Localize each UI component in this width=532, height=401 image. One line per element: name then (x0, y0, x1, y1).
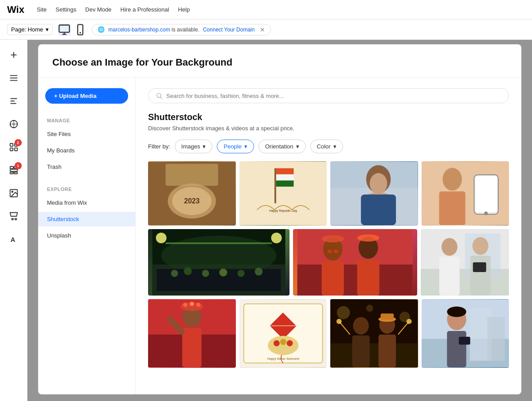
nav-unsplash[interactable]: Unsplash (38, 228, 135, 243)
nav-trash[interactable]: Trash (38, 160, 135, 174)
nav-my-boards[interactable]: My Boards (38, 143, 135, 158)
svg-point-23 (15, 218, 16, 220)
svg-rect-63 (297, 265, 413, 296)
mobile-icon[interactable] (74, 23, 86, 36)
svg-rect-106 (381, 314, 394, 320)
carnival-image (293, 229, 417, 296)
svg-point-118 (447, 307, 466, 317)
image-item[interactable]: 2023 (148, 161, 236, 226)
svg-point-93 (280, 339, 286, 345)
right-panel: Shutterstock Discover Shutterstock image… (136, 78, 521, 394)
svg-point-57 (219, 269, 227, 276)
image-item[interactable]: Happy Republic Day (239, 161, 327, 226)
filter-orientation-button[interactable]: Orientation ▾ (258, 140, 306, 153)
nav-site-files[interactable]: Site Files (38, 127, 135, 141)
domain-text: marcelos-barbershop.com is available. (108, 27, 199, 33)
image-item[interactable] (330, 161, 418, 226)
svg-rect-33 (274, 168, 276, 203)
svg-rect-116 (447, 331, 466, 367)
filter-people-button[interactable]: People ▾ (217, 140, 254, 153)
svg-rect-114 (487, 317, 505, 361)
svg-point-59 (255, 268, 263, 276)
page-selector[interactable]: Page: Home ▾ (7, 24, 53, 35)
domain-link[interactable]: marcelos-barbershop.com (108, 27, 170, 33)
svg-point-91 (268, 336, 298, 355)
svg-point-108 (336, 319, 342, 324)
svg-rect-13 (10, 148, 12, 151)
india-image: Happy Republic Day (239, 161, 327, 226)
widgets-badge: 1 (15, 162, 22, 169)
svg-point-48 (484, 211, 488, 215)
image-item[interactable] (148, 229, 289, 296)
theme-icon[interactable] (4, 114, 23, 134)
svg-rect-35 (276, 175, 293, 181)
settings-menu[interactable]: Settings (55, 6, 76, 13)
domain-bar: 🌐 marcelos-barbershop.com is available. … (92, 24, 271, 35)
svg-point-60 (156, 233, 167, 243)
office-image (421, 229, 509, 296)
close-domain-banner[interactable]: ✕ (260, 26, 265, 33)
source-desc: Discover Shutterstock images & videos at… (148, 125, 509, 132)
media-icon[interactable] (4, 183, 23, 203)
upload-media-button[interactable]: + Upload Media (45, 88, 128, 104)
globe-icon: 🌐 (98, 26, 105, 33)
manage-label: MANAGE (38, 114, 135, 125)
modal-overlay: Choose an Image for Your Background + Up… (27, 40, 532, 401)
site-menu[interactable]: Site (37, 6, 47, 13)
man-image (330, 161, 418, 226)
svg-text:Happy Republic Day: Happy Republic Day (269, 209, 297, 213)
svg-point-110 (407, 319, 412, 324)
svg-point-100 (366, 305, 373, 312)
second-toolbar: Page: Home ▾ 🌐 marcelos-barbershop.com i… (0, 19, 532, 40)
hire-professional-menu[interactable]: Hire a Professional (121, 6, 169, 13)
svg-point-69 (357, 234, 379, 241)
dev-mode-menu[interactable]: Dev Mode (85, 6, 111, 13)
add-icon[interactable] (4, 45, 23, 65)
nav-media-from-wix[interactable]: Media from Wix (38, 195, 135, 210)
font-icon[interactable]: A (4, 230, 23, 249)
svg-rect-45 (439, 191, 465, 225)
image-item[interactable] (330, 299, 418, 368)
source-title: Shutterstock (148, 112, 509, 122)
connect-domain-button[interactable]: Connect Your Domain (203, 27, 255, 33)
help-menu[interactable]: Help (178, 6, 190, 13)
page-label: Page: Home (11, 26, 43, 33)
apps-icon[interactable]: 2 (4, 137, 23, 157)
nav-shutterstock[interactable]: Shutterstock (38, 212, 135, 226)
image-item[interactable] (421, 229, 509, 296)
svg-point-41 (370, 173, 387, 194)
svg-rect-71 (334, 250, 338, 253)
filter-by-label: Filter by: (148, 143, 170, 150)
search-input[interactable] (166, 93, 501, 99)
stadium-image (148, 229, 289, 296)
image-item[interactable] (422, 299, 509, 368)
dance-image (148, 299, 236, 368)
svg-rect-34 (276, 168, 293, 175)
svg-point-101 (353, 317, 369, 335)
image-item[interactable] (422, 161, 509, 226)
svg-rect-0 (59, 25, 70, 32)
chevron-down-icon: ▾ (46, 26, 49, 33)
filter-color-button[interactable]: Color ▾ (310, 140, 343, 153)
chevron-down-icon: ▾ (333, 143, 336, 150)
image-item[interactable]: Happy Makar Sankranti (239, 299, 327, 368)
svg-point-87 (196, 303, 201, 307)
svg-point-44 (442, 168, 462, 191)
svg-rect-14 (14, 148, 17, 151)
svg-point-92 (274, 340, 280, 346)
svg-rect-102 (352, 335, 370, 367)
svg-rect-70 (328, 250, 332, 253)
widgets-icon[interactable]: 1 (4, 160, 23, 180)
svg-point-94 (286, 340, 293, 346)
svg-rect-15 (10, 167, 13, 169)
image-item[interactable] (148, 299, 236, 368)
svg-rect-104 (379, 335, 396, 367)
menu-icon[interactable] (4, 68, 23, 88)
chevron-down-icon: ▾ (296, 143, 299, 150)
filter-images-button[interactable]: Images ▾ (175, 140, 213, 153)
image-item[interactable] (293, 229, 417, 296)
store-icon[interactable] (4, 206, 23, 226)
text-icon[interactable] (4, 91, 23, 111)
desktop-icon[interactable] (58, 23, 70, 36)
svg-rect-18 (10, 172, 13, 174)
